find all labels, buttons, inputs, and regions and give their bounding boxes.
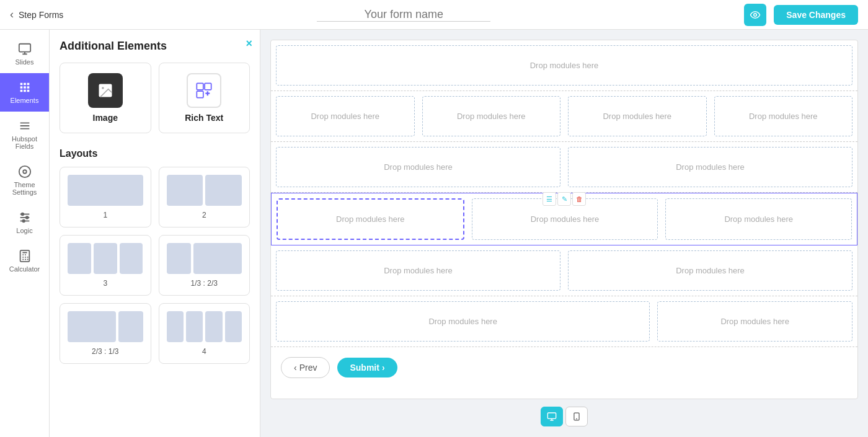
svg-point-12: [102, 87, 104, 89]
form-canvas: Drop modules here Drop modules here Drop…: [270, 40, 858, 399]
drop-zone[interactable]: Drop modules here: [665, 198, 852, 240]
view-toggle: [541, 407, 588, 426]
col: [205, 175, 242, 206]
row-delete-button[interactable]: 🗑: [572, 192, 586, 206]
form-name-input[interactable]: [317, 8, 490, 22]
back-link[interactable]: Step Forms: [19, 10, 63, 20]
submit-button[interactable]: Submit ›: [337, 358, 397, 377]
form-nav: ‹ Prev Submit ›: [271, 347, 857, 388]
layout-1-3-2-3-label: 1/3 : 2/3: [191, 279, 218, 288]
svg-rect-15: [197, 91, 204, 98]
svg-point-0: [754, 13, 757, 16]
element-image[interactable]: Image: [60, 63, 151, 133]
layout-2-label: 2: [202, 211, 206, 219]
sidebar-item-hubspot[interactable]: Hubspot Fields: [0, 112, 49, 157]
svg-rect-13: [197, 83, 204, 90]
drop-zone[interactable]: Drop modules here: [568, 147, 852, 187]
col: [167, 175, 203, 206]
drop-zone[interactable]: Drop modules here: [714, 96, 853, 136]
layout-1-label: 1: [103, 211, 107, 219]
col: [68, 311, 116, 342]
drop-zone[interactable]: Drop modules here: [276, 96, 415, 136]
col: [186, 311, 203, 342]
col: [167, 243, 191, 274]
layout-1[interactable]: 1: [60, 167, 151, 227]
col: [167, 311, 184, 342]
icon-sidebar: Slides Elements Hubspot Fields Theme Set…: [0, 30, 50, 437]
drop-zone[interactable]: Drop modules here: [422, 96, 561, 136]
topbar-left: ‹ Step Forms: [10, 8, 63, 21]
drop-zone[interactable]: Drop modules here: [657, 301, 852, 342]
hubspot-label: Hubspot Fields: [5, 135, 44, 150]
layout-2[interactable]: 2: [159, 167, 250, 227]
sidebar-item-calculator[interactable]: Calculator: [0, 242, 49, 280]
layout-2-3-1-3[interactable]: 2/3 : 1/3: [60, 303, 151, 364]
save-button[interactable]: Save Changes: [774, 5, 858, 25]
row-3: Drop modules here Drop modules here: [271, 142, 857, 193]
sidebar-item-slides[interactable]: Slides: [0, 35, 49, 73]
desktop-view-button[interactable]: [541, 407, 563, 426]
sidebar-item-elements[interactable]: Elements: [0, 73, 49, 112]
layout-4-preview: [167, 311, 242, 342]
topbar-right: Save Changes: [744, 4, 858, 26]
view-toggle-container: [270, 407, 858, 426]
col: [94, 243, 117, 274]
rich-text-icon: [187, 73, 221, 108]
col: [193, 243, 242, 274]
back-arrow-icon[interactable]: ‹: [10, 8, 14, 21]
svg-rect-14: [205, 83, 211, 90]
drop-zone[interactable]: Drop modules here: [276, 147, 560, 187]
panel-title: Additional Elements: [60, 40, 250, 53]
layout-4-label: 4: [202, 347, 206, 356]
elements-grid: Image Rich Text: [60, 63, 250, 133]
svg-rect-16: [547, 413, 556, 418]
layout-1-3-2-3-preview: [167, 243, 242, 274]
row-align-button[interactable]: ☰: [542, 192, 556, 206]
layout-3[interactable]: 3: [60, 235, 151, 296]
col: [205, 311, 222, 342]
elements-panel: × Additional Elements Image Rich: [50, 30, 260, 437]
preview-button[interactable]: [744, 4, 766, 26]
layout-3-label: 3: [103, 279, 107, 288]
svg-point-7: [21, 213, 24, 216]
layout-1-3-2-3[interactable]: 1/3 : 2/3: [159, 235, 250, 296]
sidebar-item-logic[interactable]: Logic: [0, 203, 49, 242]
svg-point-2: [19, 166, 30, 177]
layouts-title: Layouts: [60, 148, 250, 159]
sidebar-item-theme[interactable]: Theme Settings: [0, 157, 49, 203]
drop-zone-selected[interactable]: Drop modules here: [277, 198, 464, 240]
image-label: Image: [93, 113, 118, 123]
svg-rect-1: [19, 44, 30, 52]
drop-zone[interactable]: Drop modules here: [568, 250, 852, 291]
submit-arrow-icon: ›: [382, 363, 385, 373]
prev-label: Prev: [299, 363, 317, 373]
element-rich-text[interactable]: Rich Text: [159, 63, 250, 133]
row-1: Drop modules here: [271, 40, 857, 91]
slides-label: Slides: [16, 58, 34, 66]
image-icon: [88, 73, 123, 108]
panel-close-button[interactable]: ×: [246, 37, 252, 50]
topbar: ‹ Step Forms Save Changes: [0, 0, 868, 30]
layout-2-preview: [167, 175, 242, 206]
drop-zone[interactable]: Drop modules here: [276, 45, 852, 86]
canvas-area: Drop modules here Drop modules here Drop…: [260, 30, 868, 437]
prev-arrow-icon: ‹: [294, 363, 297, 373]
rich-text-label: Rich Text: [185, 113, 223, 123]
drop-zone[interactable]: Drop modules here: [276, 250, 560, 291]
drop-zone[interactable]: Drop modules here: [568, 96, 707, 136]
layout-2-3-1-3-label: 2/3 : 1/3: [92, 347, 118, 356]
layout-4[interactable]: 4: [159, 303, 250, 364]
mobile-view-button[interactable]: [565, 407, 588, 426]
row-edit-button[interactable]: ✎: [557, 192, 571, 206]
col: [120, 243, 143, 274]
row-4: ☰ ✎ 🗑 Drop modules here Drop modules her…: [271, 193, 857, 245]
svg-point-9: [22, 220, 25, 223]
layout-3-preview: [68, 243, 143, 274]
row-2: Drop modules here Drop modules here Drop…: [271, 91, 857, 142]
svg-point-8: [25, 216, 28, 219]
prev-button[interactable]: ‹ Prev: [281, 357, 330, 378]
col: [68, 175, 143, 206]
layout-2-3-1-3-preview: [68, 311, 143, 342]
col: [225, 311, 242, 342]
drop-zone[interactable]: Drop modules here: [276, 301, 650, 342]
